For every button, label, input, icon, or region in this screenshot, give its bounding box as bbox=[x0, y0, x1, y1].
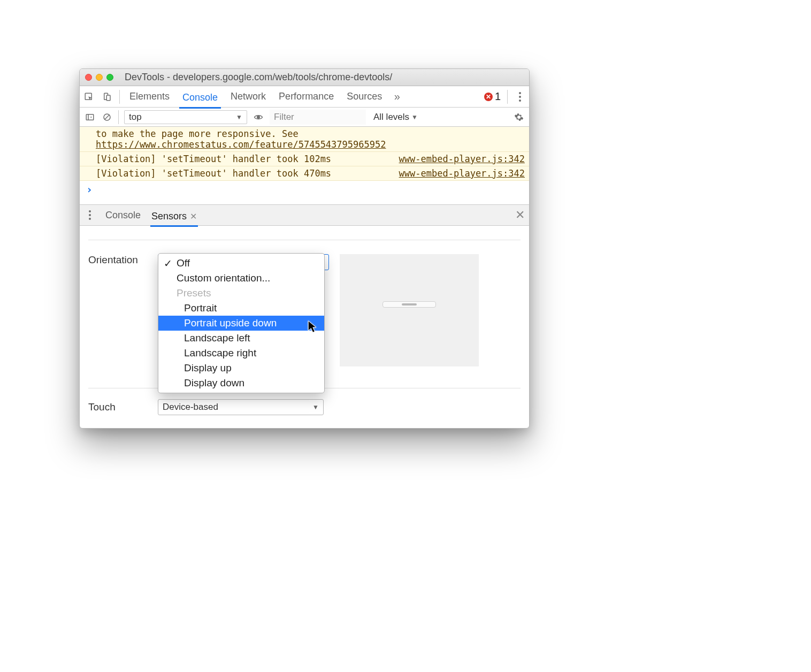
divider bbox=[507, 90, 508, 104]
divider bbox=[119, 90, 120, 104]
log-link[interactable]: https://www.chromestatus.com/feature/574… bbox=[96, 139, 386, 150]
console-messages: to make the page more responsive. See ht… bbox=[80, 127, 529, 198]
orientation-preview bbox=[340, 254, 479, 366]
tab-console[interactable]: Console bbox=[179, 90, 221, 109]
log-row: [Violation] 'setTimeout' handler took 47… bbox=[80, 166, 529, 181]
log-source[interactable]: www-embed-player.js:342 bbox=[399, 168, 525, 179]
log-levels-selector[interactable]: All levels ▼ bbox=[373, 112, 418, 123]
option-portrait-upside-down[interactable]: Portrait upside down bbox=[158, 316, 324, 331]
window-title: DevTools - developers.google.com/web/too… bbox=[125, 72, 524, 83]
drawer-tab-sensors[interactable]: Sensors ✕ bbox=[150, 209, 198, 227]
show-console-sidebar-icon[interactable] bbox=[84, 111, 96, 123]
sensors-panel: Orientation ✓ Off Custom orientation... … bbox=[80, 226, 529, 428]
option-portrait[interactable]: Portrait bbox=[158, 301, 324, 316]
console-prompt[interactable]: › bbox=[80, 181, 529, 198]
orientation-row: Orientation ✓ Off Custom orientation... … bbox=[88, 254, 521, 366]
option-landscape-right[interactable]: Landscape right bbox=[158, 346, 324, 361]
option-landscape-left[interactable]: Landscape left bbox=[158, 331, 324, 346]
device-edge bbox=[382, 301, 436, 308]
error-icon: ✕ bbox=[484, 93, 493, 101]
devtools-window: DevTools - developers.google.com/web/too… bbox=[79, 68, 530, 429]
group-presets: Presets bbox=[158, 286, 324, 301]
context-selector[interactable]: top ▼ bbox=[124, 110, 247, 124]
touch-value: Device-based bbox=[163, 402, 218, 413]
log-message: [Violation] 'setTimeout' handler took 10… bbox=[96, 154, 388, 164]
svg-rect-2 bbox=[106, 95, 110, 101]
option-display-down[interactable]: Display down bbox=[158, 376, 324, 391]
close-window-button[interactable] bbox=[85, 74, 92, 81]
svg-rect-3 bbox=[86, 114, 94, 120]
error-badge[interactable]: ✕ 1 bbox=[484, 90, 501, 103]
orientation-select-holder: ✓ Off Custom orientation... Presets Port… bbox=[158, 254, 329, 270]
orientation-label: Orientation bbox=[88, 254, 147, 266]
svg-point-5 bbox=[257, 116, 260, 118]
drawer-tab-label: Sensors bbox=[151, 211, 187, 222]
more-tabs-button[interactable]: » bbox=[392, 90, 402, 103]
settings-menu-button[interactable] bbox=[514, 92, 526, 102]
console-settings-icon[interactable] bbox=[513, 111, 525, 123]
device-toggle-icon[interactable] bbox=[101, 91, 113, 103]
clear-console-icon[interactable] bbox=[101, 111, 113, 123]
checkmark-icon: ✓ bbox=[164, 257, 172, 270]
minimize-window-button[interactable] bbox=[96, 74, 103, 81]
error-count: 1 bbox=[495, 90, 501, 103]
live-expression-icon[interactable] bbox=[253, 111, 264, 123]
inspect-icon[interactable] bbox=[83, 91, 95, 103]
chevron-down-icon: ▼ bbox=[312, 403, 319, 411]
zoom-window-button[interactable] bbox=[106, 74, 113, 81]
console-toolbar: top ▼ All levels ▼ bbox=[80, 108, 529, 127]
tab-performance[interactable]: Performance bbox=[276, 89, 337, 104]
levels-label: All levels bbox=[373, 112, 409, 123]
filter-input[interactable] bbox=[270, 110, 366, 125]
tab-elements[interactable]: Elements bbox=[126, 89, 173, 104]
log-row: [Violation] 'setTimeout' handler took 10… bbox=[80, 152, 529, 166]
option-off[interactable]: ✓ Off bbox=[158, 256, 324, 271]
device-speaker-slot bbox=[402, 303, 417, 306]
cursor-icon bbox=[308, 320, 317, 333]
chevron-down-icon: ▼ bbox=[411, 113, 418, 121]
drawer-menu-button[interactable] bbox=[84, 210, 96, 220]
orientation-dropdown: ✓ Off Custom orientation... Presets Port… bbox=[158, 253, 325, 393]
tab-sources[interactable]: Sources bbox=[343, 89, 385, 104]
option-display-up[interactable]: Display up bbox=[158, 361, 324, 376]
drawer-tab-console[interactable]: Console bbox=[104, 208, 142, 223]
close-tab-icon[interactable]: ✕ bbox=[190, 211, 197, 222]
log-source[interactable]: www-embed-player.js:342 bbox=[399, 154, 525, 164]
touch-label: Touch bbox=[88, 401, 147, 413]
log-message: to make the page more responsive. See ht… bbox=[96, 128, 525, 150]
touch-select[interactable]: Device-based ▼ bbox=[158, 399, 324, 415]
titlebar: DevTools - developers.google.com/web/too… bbox=[80, 69, 529, 86]
divider bbox=[118, 110, 119, 124]
main-tabbar: Elements Console Network Performance Sou… bbox=[80, 86, 529, 108]
close-drawer-button[interactable]: ✕ bbox=[515, 208, 525, 222]
log-message: [Violation] 'setTimeout' handler took 47… bbox=[96, 168, 388, 179]
chevron-down-icon: ▼ bbox=[236, 113, 242, 121]
log-row: to make the page more responsive. See ht… bbox=[80, 127, 529, 152]
option-custom[interactable]: Custom orientation... bbox=[158, 271, 324, 286]
tab-network[interactable]: Network bbox=[227, 89, 269, 104]
drawer-tabbar: Console Sensors ✕ ✕ bbox=[80, 204, 529, 226]
context-value: top bbox=[129, 112, 142, 123]
